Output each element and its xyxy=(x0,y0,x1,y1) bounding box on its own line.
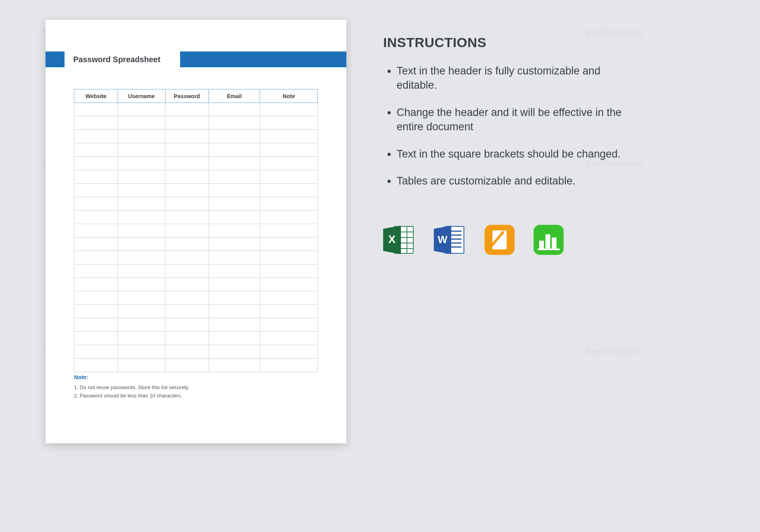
table-cell xyxy=(74,103,118,116)
table-cell xyxy=(260,305,318,318)
table-cell xyxy=(209,197,260,211)
table-cell xyxy=(118,318,165,332)
svg-text:W: W xyxy=(438,234,448,245)
app-icons-row: X W xyxy=(383,225,564,255)
table-cell xyxy=(74,211,118,224)
table-cell xyxy=(165,332,209,345)
svg-point-20 xyxy=(501,231,504,234)
table-cell xyxy=(209,332,260,345)
table-cell xyxy=(209,318,260,332)
table-cell xyxy=(165,278,209,291)
table-row xyxy=(74,170,318,184)
table-cell xyxy=(165,305,209,318)
word-icon: W xyxy=(434,225,466,255)
table-cell xyxy=(74,345,118,359)
table-cell xyxy=(209,238,260,251)
table-row xyxy=(74,184,318,197)
table-cell xyxy=(165,318,209,332)
table-cell xyxy=(74,130,118,143)
template-page: Password Spreadsheet Website Username Pa… xyxy=(46,20,346,443)
table-cell xyxy=(260,211,318,224)
password-table: Website Username Password Email Note xyxy=(74,89,318,372)
table-cell xyxy=(209,278,260,291)
table-row xyxy=(74,278,318,291)
table-cell xyxy=(118,264,165,278)
table-row xyxy=(74,130,318,143)
table-cell xyxy=(118,278,165,291)
table-cell xyxy=(209,359,260,372)
table-cell xyxy=(209,264,260,278)
note-line: 2. Password should be less than 10 chara… xyxy=(74,393,318,399)
table-cell xyxy=(74,238,118,251)
table-cell xyxy=(74,170,118,184)
table-cell xyxy=(165,103,209,116)
svg-rect-24 xyxy=(552,238,557,249)
col-website: Website xyxy=(74,89,118,103)
table-cell xyxy=(74,224,118,238)
table-cell xyxy=(74,251,118,264)
table-cell xyxy=(118,211,165,224)
table-cell xyxy=(165,345,209,359)
table-cell xyxy=(260,264,318,278)
table-cell xyxy=(165,116,209,130)
table-cell xyxy=(209,116,260,130)
table-cell xyxy=(165,211,209,224)
title-bar-accent-right xyxy=(180,51,346,67)
table-cell xyxy=(74,197,118,211)
excel-icon: X xyxy=(383,225,415,255)
table-cell xyxy=(165,130,209,143)
table-cell xyxy=(165,291,209,305)
table-cell xyxy=(260,143,318,157)
table-row xyxy=(74,238,318,251)
table-cell xyxy=(209,345,260,359)
table-cell xyxy=(209,130,260,143)
table-cell xyxy=(209,157,260,170)
table-cell xyxy=(260,157,318,170)
table-cell xyxy=(118,345,165,359)
instruction-item: Tables are customizable and editable. xyxy=(397,174,633,188)
instructions-panel: INSTRUCTIONS Text in the header is fully… xyxy=(383,35,633,201)
instructions-list: Text in the header is fully customizable… xyxy=(383,64,633,188)
table-cell xyxy=(74,157,118,170)
table-cell xyxy=(209,143,260,157)
table-row xyxy=(74,359,318,372)
table-cell xyxy=(118,116,165,130)
table-cell xyxy=(118,305,165,318)
svg-rect-23 xyxy=(545,234,550,249)
instructions-heading: INSTRUCTIONS xyxy=(383,35,633,50)
table-cell xyxy=(74,116,118,130)
table-cell xyxy=(260,238,318,251)
svg-rect-25 xyxy=(538,249,560,250)
table-cell xyxy=(165,251,209,264)
table-cell xyxy=(209,211,260,224)
table-row xyxy=(74,332,318,345)
table-cell xyxy=(260,103,318,116)
table-cell xyxy=(74,184,118,197)
table-cell xyxy=(165,157,209,170)
table-cell xyxy=(74,291,118,305)
table-row xyxy=(74,197,318,211)
table-cell xyxy=(74,264,118,278)
table-cell xyxy=(118,103,165,116)
table-row xyxy=(74,291,318,305)
note-label: Note: xyxy=(74,374,318,380)
table-cell xyxy=(74,143,118,157)
table-cell xyxy=(165,359,209,372)
table-cell xyxy=(260,130,318,143)
col-password: Password xyxy=(165,89,209,103)
pages-icon xyxy=(484,225,515,255)
table-cell xyxy=(74,332,118,345)
table-row xyxy=(74,116,318,130)
table-cell xyxy=(118,359,165,372)
title-bar-accent-left xyxy=(46,51,65,67)
table-cell xyxy=(260,251,318,264)
table-cell xyxy=(118,332,165,345)
table-cell xyxy=(118,224,165,238)
table-cell xyxy=(260,332,318,345)
instruction-item: Text in the square brackets should be ch… xyxy=(397,147,633,161)
table-cell xyxy=(74,305,118,318)
table-cell xyxy=(118,238,165,251)
table-cell xyxy=(165,224,209,238)
table-row xyxy=(74,224,318,238)
canvas: BestTemplates BestTemplates BestTemplate… xyxy=(0,0,760,532)
